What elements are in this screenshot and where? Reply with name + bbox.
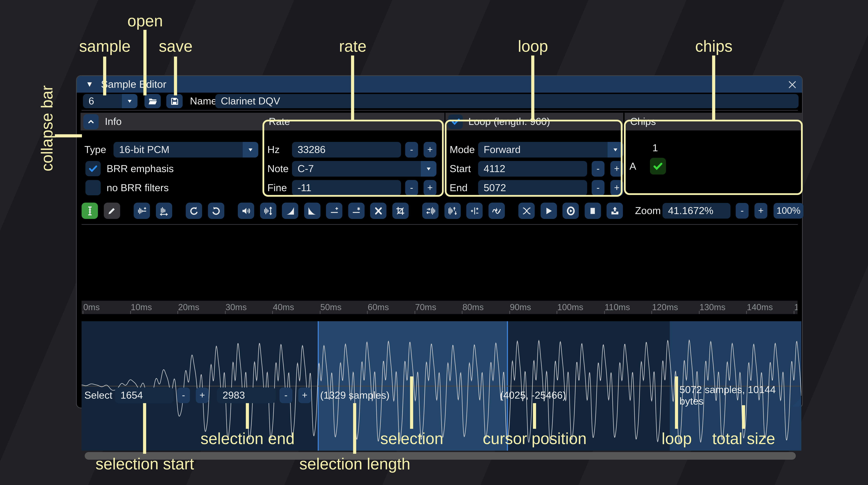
sample-editor-window: ▼ Sample Editor 6 Name Clarinet DQV Info xyxy=(76,75,803,408)
fine-minus-button[interactable]: - xyxy=(405,180,418,196)
open-button[interactable] xyxy=(145,94,161,108)
loop-start-input[interactable]: 4112 xyxy=(478,161,587,176)
fine-plus-button[interactable]: + xyxy=(424,180,436,196)
loop-end-minus-button[interactable]: - xyxy=(592,180,604,196)
amplify-button[interactable] xyxy=(238,203,254,219)
ruler-tick xyxy=(83,311,83,314)
close-button[interactable] xyxy=(786,78,799,91)
zoom-out-button[interactable]: - xyxy=(736,203,749,219)
callout-line-rate xyxy=(351,56,354,120)
zoom-input[interactable]: 41.1672% xyxy=(662,203,731,219)
ruler-label: 60ms xyxy=(368,302,389,312)
loop-start-plus-button[interactable]: + xyxy=(610,161,623,176)
reverse-button[interactable] xyxy=(422,203,438,219)
fade-out-button[interactable] xyxy=(304,203,320,219)
hz-input[interactable]: 33286 xyxy=(292,142,401,158)
sample-select[interactable]: 6 xyxy=(83,94,137,108)
sample-select-value: 6 xyxy=(83,94,122,108)
loop-mode-select[interactable]: Forward xyxy=(478,142,623,158)
chevron-up-icon xyxy=(87,117,95,126)
stop-icon xyxy=(587,205,598,216)
fine-input[interactable]: -11 xyxy=(292,180,401,196)
info-section-header: Info xyxy=(81,113,264,130)
selection-start-plus-button[interactable]: + xyxy=(196,388,209,403)
edit-mode-button[interactable] xyxy=(82,203,98,219)
preview-selection-button[interactable] xyxy=(562,203,579,219)
play-oval-icon xyxy=(565,205,576,216)
hz-minus-button[interactable]: - xyxy=(405,142,418,158)
insert-silence-button[interactable] xyxy=(326,203,342,219)
resample-button[interactable] xyxy=(156,203,172,219)
undo-button[interactable] xyxy=(186,203,202,219)
open-folder-icon xyxy=(148,96,157,106)
preview-button[interactable] xyxy=(540,203,557,219)
info-header-label: Info xyxy=(105,116,122,127)
chevron-down-icon[interactable] xyxy=(421,161,436,176)
invert-button[interactable] xyxy=(444,203,461,219)
no-brr-filters-checkbox[interactable] xyxy=(85,180,101,195)
loop-enable-checkbox[interactable] xyxy=(448,114,463,129)
selection-end-input[interactable]: 2983 xyxy=(217,388,276,403)
loop-start-label: Start xyxy=(450,161,471,176)
select-label: Select xyxy=(84,388,112,403)
redo-button[interactable] xyxy=(208,203,224,219)
resize-button[interactable] xyxy=(134,203,150,219)
loop-end-input[interactable]: 5072 xyxy=(478,180,587,196)
window-collapse-icon[interactable]: ▼ xyxy=(86,80,93,89)
ruler-label: 150ms xyxy=(794,302,798,312)
annotation-selection: selection xyxy=(380,429,443,448)
chevron-down-icon[interactable] xyxy=(608,142,623,158)
fade-in-button[interactable] xyxy=(282,203,298,219)
resize-grip[interactable] xyxy=(792,397,801,407)
trim-button[interactable] xyxy=(392,203,408,219)
normalize-button[interactable] xyxy=(260,203,276,219)
type-select[interactable]: 16-bit PCM xyxy=(114,142,258,158)
filter-button[interactable] xyxy=(488,203,505,219)
selection-start-minus-button[interactable]: - xyxy=(177,388,190,403)
ruler-label: 100ms xyxy=(557,302,583,312)
no-brr-filters-label: no BRR filters xyxy=(106,180,169,195)
selection-start-input[interactable]: 1654 xyxy=(115,388,174,403)
callout-line-selection-start xyxy=(143,403,146,454)
zoom-reset-button[interactable]: 100% xyxy=(774,203,803,219)
ruler-label: 0ms xyxy=(83,302,100,312)
loop-end-plus-button[interactable]: + xyxy=(610,180,623,196)
brr-emphasis-checkbox[interactable] xyxy=(85,161,101,176)
loop-end-label: End xyxy=(450,180,467,196)
save-button[interactable] xyxy=(166,94,183,108)
zoom-in-button[interactable]: + xyxy=(754,203,767,219)
cursor-position-text: (4025, -25466) xyxy=(500,388,566,403)
sine-filter-icon xyxy=(491,205,502,216)
selection-end-minus-button[interactable]: - xyxy=(279,388,292,403)
note-select[interactable]: C-7 xyxy=(292,161,436,176)
crossfade-button[interactable] xyxy=(518,203,535,219)
timeline-ruler[interactable]: 0ms10ms20ms30ms40ms50ms60ms70ms80ms90ms1… xyxy=(82,301,798,314)
callout-line-collapse-bar xyxy=(55,134,82,137)
draw-mode-button[interactable] xyxy=(104,203,120,219)
chevron-down-icon[interactable] xyxy=(122,94,137,108)
ruler-label: 130ms xyxy=(700,302,725,312)
stop-preview-button[interactable] xyxy=(585,203,601,219)
hz-plus-button[interactable]: + xyxy=(424,142,436,158)
make-instrument-button[interactable] xyxy=(607,203,623,219)
info-collapse-button[interactable] xyxy=(83,114,99,129)
delete-button[interactable] xyxy=(370,203,386,219)
crossfade-icon xyxy=(521,205,532,216)
ruler-tick xyxy=(746,311,747,314)
selection-end-plus-button[interactable]: + xyxy=(298,388,311,403)
divider xyxy=(82,110,798,111)
ruler-label: 140ms xyxy=(747,302,773,312)
apply-silence-button[interactable] xyxy=(348,203,364,219)
window-titlebar[interactable]: ▼ Sample Editor xyxy=(77,76,802,93)
window-title: Sample Editor xyxy=(101,78,166,90)
callout-line-sample xyxy=(103,57,106,95)
ruler-tick xyxy=(414,311,415,314)
line-star-icon xyxy=(351,205,362,216)
loop-start-minus-button[interactable]: - xyxy=(592,161,604,176)
signed-unsigned-button[interactable] xyxy=(466,203,483,219)
name-input[interactable]: Clarinet DQV xyxy=(215,94,799,108)
chip-a-checkbox[interactable] xyxy=(650,158,666,174)
chevron-down-icon[interactable] xyxy=(243,142,258,158)
callout-line-total-size xyxy=(742,405,745,429)
type-label: Type xyxy=(84,142,106,158)
